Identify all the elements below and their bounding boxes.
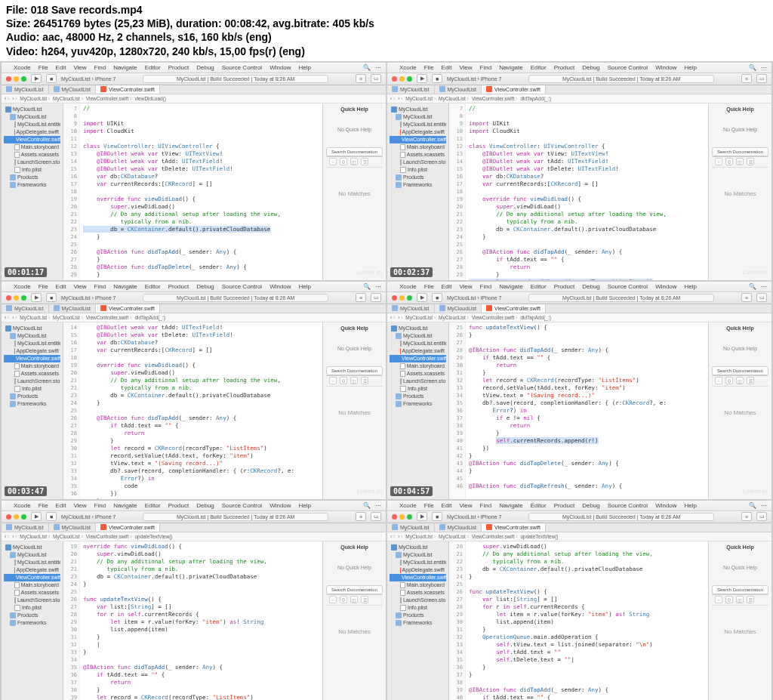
jump-segment[interactable]: ViewController.swift <box>86 96 132 101</box>
file-item-5[interactable]: LaunchScreen.storyboard <box>390 597 446 604</box>
menu-find[interactable]: Find <box>94 64 106 71</box>
jump-method[interactable]: didTapAdd(_:) <box>134 315 165 320</box>
search-icon[interactable]: 🔍 <box>363 283 371 290</box>
jump-method[interactable]: updateTextView() <box>520 534 558 539</box>
file-item-4[interactable]: Assets.xcassets <box>390 370 446 378</box>
menu-editor[interactable]: Editor <box>145 283 161 290</box>
nav-back-button[interactable]: ‹ <box>5 534 9 539</box>
code-editor[interactable]: 7891011121314151617181920212223242526272… <box>63 103 322 280</box>
file-item-2[interactable]: ViewController.swift <box>4 574 60 581</box>
code-content[interactable]: override func viewDidLoad() { super.view… <box>80 541 322 700</box>
code-content[interactable]: // import UIKit import CloudKit class Vi… <box>466 103 708 280</box>
file-item-5[interactable]: LaunchScreen.storyboard <box>390 159 446 166</box>
library-btn-1[interactable]: ○ <box>329 596 337 603</box>
code-editor[interactable]: 1920212223242526272829303132333435363738… <box>63 541 322 700</box>
tab-bar[interactable]: MyCloudListMyCloudListViewController.swi… <box>2 85 386 94</box>
nav-fwd-button[interactable]: › <box>12 315 17 320</box>
library-btn-4[interactable]: ☰ <box>361 158 368 165</box>
panel-toggle-button[interactable]: ▭ <box>756 512 767 521</box>
line-gutter[interactable]: 1920212223242526272829303132333435363738… <box>63 541 80 700</box>
menu-navigate[interactable]: Navigate <box>113 502 137 509</box>
stop-button[interactable]: ■ <box>432 512 442 521</box>
search-icon[interactable]: 🔍 <box>749 502 756 509</box>
library-btn-3[interactable]: ◫ <box>350 377 358 384</box>
file-item-6[interactable]: Info.plist <box>4 604 60 612</box>
nav-back-button[interactable]: ‹ <box>5 315 9 320</box>
zoom-window-button[interactable] <box>407 76 412 82</box>
library-btn-2[interactable]: {} <box>340 596 347 603</box>
file-item-4[interactable]: Assets.xcassets <box>390 151 446 159</box>
menu-view[interactable]: View <box>73 64 86 71</box>
editor-mode-button[interactable]: ≡ <box>741 74 752 83</box>
menu-product[interactable]: Product <box>168 502 189 509</box>
minimize-window-button[interactable] <box>399 76 405 82</box>
menubar[interactable]: XcodeFileEditViewFindNavigateEditorProdu… <box>387 282 771 292</box>
file-item-2[interactable]: ViewController.swift <box>390 574 446 581</box>
library-toolbar[interactable]: ○ {} ◫ ☰ <box>712 376 768 387</box>
file-item-1[interactable]: AppDelegate.swift <box>4 347 60 355</box>
minimize-window-button[interactable] <box>14 295 19 301</box>
menu-file[interactable]: File <box>38 283 48 290</box>
menu-edit[interactable]: Edit <box>56 283 66 290</box>
menu-source-control[interactable]: Source Control <box>608 502 648 509</box>
run-button[interactable]: ▶ <box>31 512 42 521</box>
jump-bar[interactable]: ‹ › MyCloudListMyCloudListViewController… <box>387 313 771 322</box>
frameworks-folder[interactable]: Frameworks <box>390 400 446 408</box>
menu-xcode[interactable]: Xcode <box>14 64 31 71</box>
editor-mode-button[interactable]: ≡ <box>741 512 752 521</box>
library-toolbar[interactable]: ○ {} ◫ ☰ <box>326 376 383 387</box>
tab-0[interactable]: MyCloudList <box>387 85 435 94</box>
search-docs-button[interactable]: Search Documentation <box>326 585 383 594</box>
file-item-2[interactable]: ViewController.swift <box>390 136 446 143</box>
code-content[interactable]: // import UIKit import CloudKit class Vi… <box>80 103 322 280</box>
window-controls[interactable] <box>6 76 26 82</box>
menu-xcode[interactable]: Xcode <box>14 283 31 290</box>
scheme-selector[interactable]: MyCloudList › iPhone 7 <box>61 76 115 82</box>
jump-method[interactable]: viewDidLoad() <box>134 96 166 101</box>
file-item-6[interactable]: Info.plist <box>4 385 60 393</box>
close-window-button[interactable] <box>6 514 11 520</box>
products-folder[interactable]: Products <box>390 174 446 181</box>
stop-button[interactable]: ■ <box>432 293 442 302</box>
jump-bar[interactable]: ‹ › MyCloudListMyCloudListViewController… <box>387 94 771 103</box>
menu-navigate[interactable]: Navigate <box>499 283 523 290</box>
run-button[interactable]: ▶ <box>31 74 42 83</box>
project-root[interactable]: MyCloudList <box>4 544 60 551</box>
stop-button[interactable]: ■ <box>46 74 57 83</box>
jump-bar[interactable]: ‹ › MyCloudListMyCloudListViewController… <box>387 532 771 541</box>
navigator-sidebar[interactable]: MyCloudList MyCloudList MyCloudList.enti… <box>387 541 449 700</box>
jump-segment[interactable]: MyCloudList <box>405 315 436 320</box>
menu-editor[interactable]: Editor <box>145 502 161 509</box>
library-toolbar[interactable]: ○ {} ◫ ☰ <box>326 595 383 606</box>
menu-window[interactable]: Window <box>269 283 291 290</box>
file-item-3[interactable]: Main.storyboard <box>390 362 446 370</box>
jump-segment[interactable]: MyCloudList <box>405 96 436 101</box>
tab-0[interactable]: MyCloudList <box>2 523 49 532</box>
tab-bar[interactable]: MyCloudListMyCloudListViewController.swi… <box>2 523 386 532</box>
library-btn-3[interactable]: ◫ <box>736 377 744 384</box>
file-item-5[interactable]: LaunchScreen.storyboard <box>4 378 60 385</box>
menu-editor[interactable]: Editor <box>145 64 161 71</box>
file-item-4[interactable]: Assets.xcassets <box>4 589 60 597</box>
nav-fwd-button[interactable]: › <box>398 534 402 539</box>
menu-product[interactable]: Product <box>554 64 575 71</box>
file-item-1[interactable]: AppDelegate.swift <box>390 347 446 355</box>
navigator-sidebar[interactable]: MyCloudList MyCloudList MyCloudList.enti… <box>2 541 63 700</box>
menu-window[interactable]: Window <box>269 64 291 71</box>
library-btn-3[interactable]: ◫ <box>736 596 744 603</box>
minimize-window-button[interactable] <box>14 514 19 520</box>
line-gutter[interactable]: 7891011121314151617181920212223242526272… <box>63 103 80 280</box>
jump-segment[interactable]: MyCloudList <box>405 534 436 539</box>
jump-segment[interactable]: ViewController.swift <box>86 315 132 320</box>
file-item-1[interactable]: AppDelegate.swift <box>4 128 60 136</box>
file-item-3[interactable]: Main.storyboard <box>4 362 60 370</box>
panel-toggle-button[interactable]: ▭ <box>371 293 381 302</box>
menu-edit[interactable]: Edit <box>56 64 66 71</box>
minimize-window-button[interactable] <box>399 514 405 520</box>
menu-view[interactable]: View <box>73 283 86 290</box>
file-item-6[interactable]: Info.plist <box>390 166 446 174</box>
scheme-selector[interactable]: MyCloudList › iPhone 7 <box>61 514 115 520</box>
menu-window[interactable]: Window <box>655 283 676 290</box>
group-folder[interactable]: MyCloudList <box>4 332 60 340</box>
code-editor[interactable]: 7891011121314151617181920212223242526272… <box>449 103 708 280</box>
